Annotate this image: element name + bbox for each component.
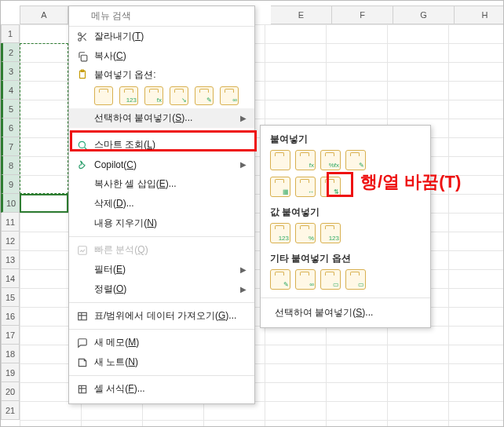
- menu-smart-lookup-label: 스마트 조회(L): [94, 138, 240, 151]
- chevron-right-icon: ▶: [240, 265, 247, 274]
- paste-fx-number-icon[interactable]: %fx: [320, 150, 341, 170]
- menu-copilot[interactable]: Copilot(C) ▶: [69, 155, 254, 174]
- row-header-17[interactable]: 17: [1, 326, 20, 345]
- paste-src-format-icon[interactable]: ✎: [345, 150, 366, 170]
- menu-get-data[interactable]: 표/범위에서 데이터 가져오기(G)...: [69, 306, 254, 326]
- row-header-5[interactable]: 5: [1, 100, 20, 119]
- row-header-12[interactable]: 12: [1, 232, 20, 250]
- col-header-f[interactable]: F: [332, 5, 393, 24]
- row-header-13[interactable]: 13: [1, 250, 20, 269]
- paste-no-border-icon[interactable]: ▦: [270, 177, 290, 197]
- scissors-icon: [75, 31, 89, 42]
- quick-analysis-icon: [75, 245, 89, 256]
- row-header-19[interactable]: 19: [1, 363, 20, 382]
- row-header-21[interactable]: 21: [1, 401, 20, 420]
- col-header-h[interactable]: H: [455, 5, 504, 24]
- paste-format-icon[interactable]: ✎: [195, 86, 214, 105]
- svg-rect-6: [79, 246, 87, 254]
- menu-clear[interactable]: 내용 지우기(N): [69, 214, 254, 233]
- row-header-16[interactable]: 16: [1, 307, 20, 326]
- paste-special-submenu: 붙여넣기 fx %fx ✎ ▦ ↔ ⇅ 값 붙여넣기 123 % 123 기타 …: [260, 125, 431, 328]
- chevron-right-icon: ▶: [240, 114, 247, 122]
- menu-clear-label: 내용 지우기(N): [94, 217, 240, 230]
- note-icon: [75, 357, 89, 368]
- row-header-20[interactable]: 20: [1, 382, 20, 401]
- menu-separator: [69, 375, 254, 376]
- paste-link-icon[interactable]: ∞: [220, 86, 239, 105]
- row-header-10[interactable]: 10: [1, 194, 20, 213]
- menu-new-comment-label: 새 메모(M): [94, 336, 240, 349]
- comment-icon: [75, 338, 89, 349]
- menu-new-note[interactable]: 새 노트(N): [69, 352, 254, 372]
- row-header-18[interactable]: 18: [1, 345, 20, 363]
- chevron-right-icon: ▶: [240, 160, 247, 169]
- paste-picture-icon[interactable]: ▭: [320, 269, 341, 290]
- row-header-9[interactable]: 9: [1, 175, 20, 194]
- menu-cut[interactable]: 잘라내기(T): [69, 27, 254, 46]
- svg-rect-7: [79, 312, 87, 319]
- menu-separator: [69, 329, 254, 330]
- menu-separator: [69, 236, 254, 237]
- submenu-paste-special-link[interactable]: 선택하여 붙여넣기(S)...: [261, 301, 430, 323]
- paste-all-icon[interactable]: [94, 86, 113, 105]
- paste-formatting-icon[interactable]: ✎: [270, 269, 290, 290]
- menu-search-input[interactable]: [91, 10, 248, 21]
- search-icon: [75, 140, 89, 151]
- row-header-8[interactable]: 8: [1, 156, 20, 175]
- menu-delete[interactable]: 삭제(D)...: [69, 194, 254, 214]
- menu-format-label: 셀 서식(F)...: [94, 382, 240, 396]
- copy-icon: [75, 51, 89, 62]
- row-header-2[interactable]: 2: [1, 43, 20, 62]
- col-header-g[interactable]: G: [393, 5, 455, 24]
- menu-format-cells[interactable]: 셀 서식(F)...: [69, 379, 254, 399]
- menu-paste-special[interactable]: 선택하여 붙여넣기(S)... ▶: [69, 108, 254, 128]
- menu-filter[interactable]: 필터(E) ▶: [69, 260, 254, 279]
- context-menu: 잘라내기(T) 복사(C) 붙여넣기 옵션: 123 fx ↘ ✎ ∞ 선택하여…: [68, 5, 255, 404]
- paste-transpose-icon[interactable]: ⇅: [320, 177, 341, 197]
- menu-cut-label: 잘라내기(T): [94, 30, 240, 43]
- paste-values-num-icon[interactable]: %: [295, 223, 316, 243]
- row-header-6[interactable]: 6: [1, 119, 20, 137]
- menu-smart-lookup[interactable]: 스마트 조회(L): [69, 135, 254, 155]
- paste-formulas-icon[interactable]: fx: [144, 86, 163, 105]
- paste-formulas-icon[interactable]: fx: [295, 150, 316, 170]
- menu-insert-copied-label: 복사한 셀 삽입(E)...: [94, 177, 240, 191]
- menu-new-comment[interactable]: 새 메모(M): [69, 333, 254, 352]
- chevron-right-icon: ▶: [240, 285, 247, 294]
- row-header-11[interactable]: 11: [1, 213, 20, 232]
- paste-ref-icon[interactable]: ↘: [170, 86, 188, 105]
- active-cell-outline: [20, 194, 68, 213]
- annotation-transpose-label: 행/열 바꿈(T): [360, 170, 461, 194]
- menu-separator: [261, 297, 430, 298]
- row-header-1[interactable]: 1: [1, 24, 20, 43]
- menu-insert-copied[interactable]: 복사한 셀 삽입(E)...: [69, 174, 254, 194]
- paste-col-width-icon[interactable]: ↔: [295, 177, 316, 197]
- row-header-3[interactable]: 3: [1, 62, 20, 81]
- paste-picture-link-icon[interactable]: ▭: [345, 269, 366, 290]
- menu-separator: [69, 131, 254, 132]
- table-icon: [75, 311, 89, 322]
- paste-all-icon[interactable]: [270, 150, 290, 170]
- menu-copy[interactable]: 복사(C): [69, 46, 254, 66]
- paste-link-icon[interactable]: ∞: [295, 269, 316, 290]
- menu-sort-label: 정렬(O): [94, 283, 240, 296]
- col-header-e[interactable]: E: [271, 5, 332, 24]
- submenu-paste-header: 붙여넣기: [261, 129, 430, 148]
- paste-values-fmt-icon[interactable]: 123: [320, 223, 341, 243]
- paste-values-icon[interactable]: 123: [119, 86, 138, 105]
- paste-values-123-icon[interactable]: 123: [270, 223, 290, 243]
- menu-new-note-label: 새 노트(N): [94, 356, 240, 369]
- row-header-15[interactable]: 15: [1, 288, 20, 307]
- row-header-14[interactable]: 14: [1, 269, 20, 288]
- submenu-values-header: 값 붙여넣기: [261, 202, 430, 221]
- submenu-values-row: 123 % 123: [261, 221, 430, 248]
- submenu-other-row: ✎ ∞ ▭ ▭: [261, 268, 430, 294]
- row-header-4[interactable]: 4: [1, 81, 20, 100]
- row-header-7[interactable]: 7: [1, 137, 20, 156]
- svg-point-0: [79, 32, 82, 35]
- menu-sort[interactable]: 정렬(O) ▶: [69, 279, 254, 299]
- svg-point-5: [79, 141, 85, 148]
- menu-copy-label: 복사(C): [94, 49, 240, 63]
- col-header-a[interactable]: A: [20, 5, 68, 24]
- svg-rect-8: [79, 385, 86, 392]
